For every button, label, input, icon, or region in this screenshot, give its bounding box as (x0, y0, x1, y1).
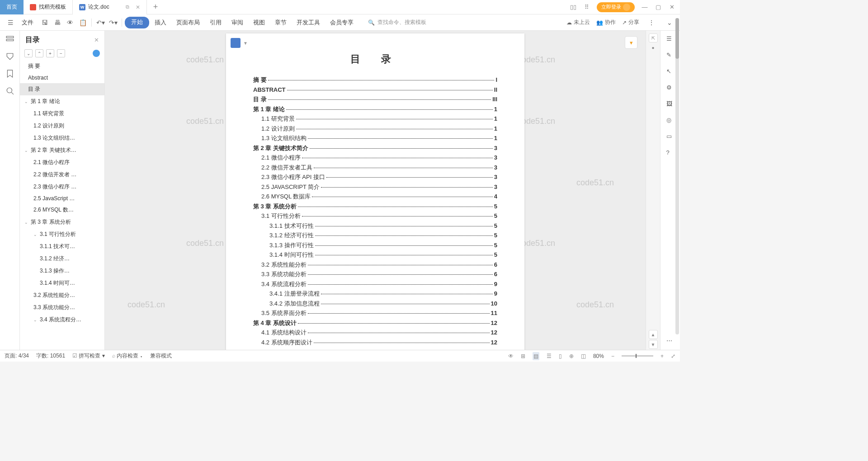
menu-章节[interactable]: 章节 (270, 17, 291, 28)
page-indicator[interactable]: 页面: 4/34 (5, 352, 29, 360)
zoom-slider[interactable] (622, 355, 653, 357)
outline-item[interactable]: 2.5 JavaScript … (20, 193, 104, 204)
spell-check[interactable]: ☑ 拼写检查 ▾ (72, 352, 105, 360)
web-view-icon[interactable]: ▯ (559, 353, 562, 359)
print-icon[interactable]: 🖶 (52, 17, 63, 28)
outline-item[interactable]: 1.1 研究背景 (20, 108, 104, 120)
zoom-in-icon[interactable]: + (660, 353, 664, 359)
outline-item[interactable]: 目 录 (20, 83, 104, 95)
hamburger-icon[interactable]: ☰ (5, 17, 16, 28)
outline-item[interactable]: 2.1 微信小程序 (20, 156, 104, 169)
menu-lines-icon[interactable]: ☰ (666, 35, 675, 43)
menu-引用[interactable]: 引用 (205, 17, 226, 28)
collapse-ribbon-icon[interactable]: ⌄ (664, 17, 675, 28)
layout-icon[interactable]: ▯▯ (570, 4, 577, 11)
login-button[interactable]: 立即登录 (597, 2, 635, 12)
close-outline-icon[interactable]: ✕ (94, 37, 99, 43)
outline-item[interactable]: ⌄第 3 章 系统分析 (20, 216, 104, 228)
outline-item[interactable]: 3.1.3 操作… (20, 265, 104, 277)
menu-会员专享[interactable]: 会员专享 (326, 17, 358, 28)
outline-item[interactable]: 2.2 微信开发者 … (20, 169, 104, 181)
outline-item[interactable]: 3.2 系统性能分… (20, 289, 104, 301)
scrollbar[interactable] (675, 18, 679, 334)
outline-item[interactable]: 1.2 设计原则 (20, 120, 104, 132)
command-search[interactable]: 🔍查找命令、搜索模板 (368, 19, 426, 26)
save-icon[interactable]: 🖫 (39, 17, 51, 28)
minimize-icon[interactable]: — (641, 4, 648, 11)
cloud-status[interactable]: ☁未上云 (566, 19, 590, 26)
undo-icon[interactable]: ↶▾ (94, 17, 106, 28)
image-icon[interactable]: 🖼 (666, 100, 675, 108)
zoom-level[interactable]: 80% (593, 353, 604, 359)
zen-icon[interactable]: ⊞ (521, 353, 525, 359)
collab-button[interactable]: 👥协作 (596, 19, 616, 26)
add-icon[interactable]: + (46, 49, 54, 57)
outline-rail-icon[interactable] (6, 35, 14, 43)
tab-home[interactable]: 首页 (0, 0, 24, 14)
menu-开发工具[interactable]: 开发工具 (292, 17, 325, 28)
pen-icon[interactable]: ✎ (666, 52, 675, 60)
outline-item[interactable]: ⌄第 1 章 绪论 (20, 95, 104, 108)
outline-item[interactable]: 3.1.2 经济… (20, 253, 104, 265)
outline-item[interactable]: 3.3 系统功能分… (20, 301, 104, 314)
copy-icon[interactable]: 📋 (77, 17, 89, 28)
close-window-icon[interactable]: ✕ (668, 4, 675, 11)
more-dots-icon[interactable]: ⋯ (666, 337, 675, 345)
tab-document[interactable]: W论文.doc ⧉ ✕ (73, 0, 147, 14)
outline-item[interactable]: ⌄第 2 章 关键技术… (20, 144, 104, 156)
outline-item[interactable]: 2.6 MYSQL 数… (20, 204, 104, 216)
outline-view-icon[interactable]: ☰ (547, 353, 552, 359)
expand-all-icon[interactable]: ⌃ (35, 49, 43, 57)
close-tab-icon[interactable]: ✕ (136, 4, 140, 10)
more-icon[interactable]: ⋮ (646, 17, 657, 28)
menu-开始[interactable]: 开始 (125, 17, 149, 28)
outline-item[interactable]: 2.3 微信小程序 … (20, 181, 104, 193)
language-icon[interactable]: ⊕ (569, 353, 574, 359)
menu-插入[interactable]: 插入 (150, 17, 171, 28)
bookmark-icon[interactable] (6, 70, 14, 78)
menu-file[interactable]: 文件 (17, 17, 38, 28)
share-button[interactable]: ↗分享 (622, 19, 639, 26)
outline-item[interactable]: 3.1.4 时间可… (20, 277, 104, 289)
compat-mode[interactable]: 兼容模式 (150, 352, 172, 360)
redo-icon[interactable]: ↷▾ (107, 17, 119, 28)
eye-icon[interactable]: 👁 (508, 353, 514, 359)
page-dropdown-icon[interactable]: ▼ (243, 40, 248, 47)
outline-item[interactable]: 3.1.1 技术可… (20, 240, 104, 253)
page-icon[interactable] (231, 38, 241, 48)
word-count[interactable]: 字数: 10561 (36, 352, 65, 360)
outline-item[interactable]: 1.3 论文组织结… (20, 132, 104, 144)
collapse-all-icon[interactable]: ⌄ (24, 49, 33, 57)
outline-item[interactable]: ⌄3.1 可行性分析 (20, 228, 104, 240)
maximize-icon[interactable]: ▢ (655, 4, 662, 11)
page-up-icon[interactable]: ▲ (649, 330, 658, 339)
detach-icon[interactable]: ⧉ (126, 4, 129, 10)
search-rail-icon[interactable] (6, 87, 14, 95)
expand-icon[interactable]: ⤢ (671, 353, 675, 359)
content-check[interactable]: ⌕ 内容检查 ▾ (112, 352, 143, 360)
document-viewport[interactable]: code51.cn code51.cn code51.cn code51.cn … (105, 31, 646, 350)
menu-视图[interactable]: 视图 (249, 17, 269, 28)
settings-flow-icon[interactable]: ⚙ (666, 84, 675, 92)
cursor-icon[interactable]: ↖ (666, 68, 675, 76)
sync-badge-icon[interactable] (93, 50, 100, 57)
fit-icon[interactable]: ◫ (581, 353, 586, 359)
help-icon[interactable]: ? (666, 149, 675, 157)
book-icon[interactable]: ▭ (666, 133, 675, 141)
outline-item[interactable]: Abstract (20, 72, 104, 83)
menu-页面布局[interactable]: 页面布局 (172, 17, 204, 28)
menu-审阅[interactable]: 审阅 (227, 17, 248, 28)
scroll-top-icon[interactable]: ⇱ (649, 33, 658, 42)
filter-float-icon[interactable]: ▾ (625, 36, 637, 49)
apps-icon[interactable]: ⠿ (583, 4, 590, 11)
new-tab-button[interactable]: + (147, 0, 165, 14)
zoom-out-icon[interactable]: − (611, 353, 614, 359)
page-view-icon[interactable]: ▤ (533, 352, 539, 360)
outline-item[interactable]: ⌄3.4 系统流程分… (20, 314, 104, 326)
outline-item[interactable]: 摘 要 (20, 60, 104, 72)
tab-template[interactable]: 找稻壳模板 (24, 0, 73, 14)
target-icon[interactable]: ◎ (666, 117, 675, 125)
pocket-icon[interactable] (6, 52, 14, 61)
preview-icon[interactable]: 👁 (64, 17, 76, 28)
remove-icon[interactable]: − (57, 49, 65, 57)
